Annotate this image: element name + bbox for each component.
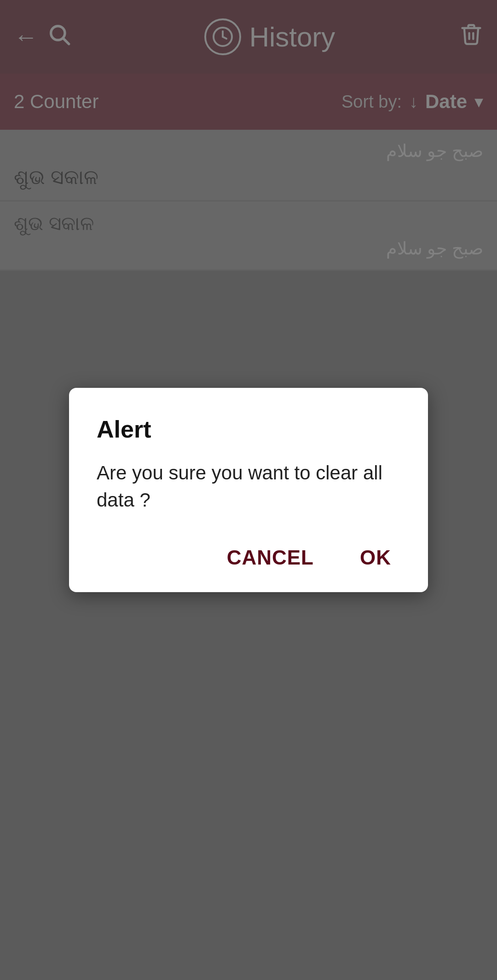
dialog-buttons: CANCEL OK <box>97 542 400 574</box>
alert-dialog: Alert Are you sure you want to clear all… <box>69 388 428 592</box>
dialog-title: Alert <box>97 415 400 443</box>
cancel-button[interactable]: CANCEL <box>218 542 323 574</box>
ok-button[interactable]: OK <box>351 542 400 574</box>
dialog-overlay: Alert Are you sure you want to clear all… <box>0 0 497 980</box>
dialog-message: Are you sure you want to clear all data … <box>97 460 400 514</box>
